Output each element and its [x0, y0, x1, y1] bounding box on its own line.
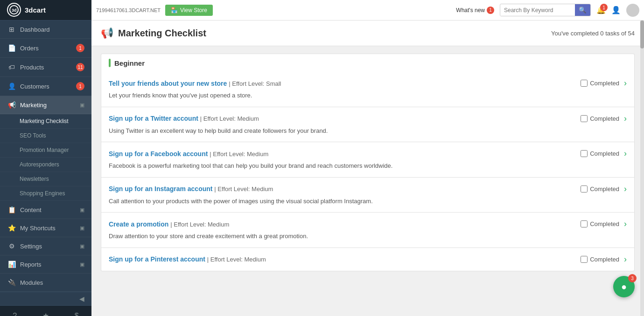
item5-chevron[interactable]: ›	[624, 219, 627, 229]
checklist-item-1: Tell your friends about your new store |…	[101, 72, 635, 107]
shortcuts-expand-icon: ▣	[80, 225, 84, 231]
item5-completed-label: Completed	[581, 220, 619, 227]
sidebar-item-settings[interactable]: ⚙ Settings ▣	[0, 237, 91, 255]
page-title-row: 📢 Marketing Checklist	[101, 27, 206, 39]
item6-title[interactable]: Sign up for a Pinterest account	[109, 255, 207, 263]
sidebar-item-newsletters[interactable]: Newsletters	[0, 172, 91, 186]
sidebar-item-orders[interactable]: 📄 Orders 1	[0, 39, 91, 58]
checklist-container: Beginner Tell your friends about your ne…	[91, 46, 644, 316]
item1-desc: Let your friends know that you've just o…	[109, 91, 627, 100]
item4-chevron[interactable]: ›	[624, 184, 627, 194]
item3-right: Completed ›	[581, 149, 627, 158]
sidebar-collapse-button[interactable]: ◀	[79, 295, 84, 302]
sidebar-item-dashboard[interactable]: ⊞ Dashboard	[0, 21, 91, 39]
reports-icon: 📊	[7, 261, 16, 268]
item1-effort: | Effort Level: Small	[229, 80, 281, 87]
item6-header: Sign up for a Pinterest account | Effort…	[109, 254, 627, 264]
sidebar-item-seo-tools[interactable]: SEO Tools	[0, 129, 91, 143]
item1-completed-label: Completed	[581, 80, 619, 87]
sidebar-item-autoresponders[interactable]: Autoresponders	[0, 158, 91, 172]
floating-icon: ●	[621, 282, 627, 292]
item2-effort: | Effort Level: Medium	[200, 115, 259, 122]
item1-checkbox[interactable]	[581, 80, 588, 87]
item1-chevron[interactable]: ›	[624, 78, 627, 88]
notification-icon[interactable]: 🔔 1	[596, 6, 606, 14]
item4-checkbox[interactable]	[581, 185, 588, 192]
help-button[interactable]: ?	[9, 310, 21, 316]
scrollbar-thumb[interactable]	[640, 21, 644, 48]
floating-action-button[interactable]: ● 3	[613, 276, 635, 297]
marketing-checklist-icon: 📢	[101, 27, 113, 39]
whats-new-link[interactable]: What's new 1	[456, 7, 494, 14]
store-url: 71994617061.3DCART.NET	[96, 7, 161, 13]
sidebar-collapse-area: ◀	[0, 292, 91, 305]
item3-effort: | Effort Level: Medium	[210, 151, 268, 158]
customers-badge: 1	[76, 82, 84, 90]
item1-header: Tell your friends about your new store |…	[109, 78, 627, 88]
item5-right: Completed ›	[581, 219, 627, 229]
whats-new-badge: 1	[487, 7, 494, 14]
floating-badge: 3	[628, 274, 637, 282]
item3-title-row: Sign up for a Facebook account | Effort …	[109, 150, 268, 158]
sidebar-item-reports[interactable]: 📊 Reports ▣	[0, 255, 91, 274]
item2-header: Sign up for a Twitter account | Effort L…	[109, 114, 627, 124]
sidebar: ⊞ Dashboard 📄 Orders 1 🏷 Products 11 👤 C…	[0, 21, 91, 316]
task-count: You've completed 0 tasks of 54	[551, 30, 635, 37]
modules-icon: 🔌	[7, 279, 16, 286]
products-icon: 🏷	[7, 63, 16, 71]
content-icon: 📋	[7, 206, 16, 213]
item6-chevron[interactable]: ›	[624, 254, 627, 264]
item4-header: Sign up for an Instagram account | Effor…	[109, 184, 627, 194]
header-right: What's new 1 🔍 🔔 1 👤	[456, 4, 639, 17]
item2-chevron[interactable]: ›	[624, 114, 627, 124]
search-box: 🔍	[500, 4, 591, 16]
item2-desc: Using Twitter is an excellent way to hel…	[109, 126, 627, 136]
item5-title[interactable]: Create a promotion	[109, 220, 170, 228]
item5-checkbox[interactable]	[581, 220, 588, 227]
content-area: 📢 Marketing Checklist You've completed 0…	[91, 21, 644, 316]
item2-checkbox[interactable]	[581, 115, 588, 122]
view-store-button[interactable]: 🏪 View Store	[165, 5, 213, 16]
item2-title[interactable]: Sign up for a Twitter account	[109, 115, 200, 122]
item3-checkbox[interactable]	[581, 150, 588, 157]
item3-title[interactable]: Sign up for a Facebook account	[109, 150, 210, 158]
sidebar-item-promotion-manager[interactable]: Promotion Manager	[0, 143, 91, 158]
settings-expand-icon: ▣	[80, 243, 84, 249]
search-button[interactable]: 🔍	[575, 4, 590, 16]
user-icon[interactable]: 👤	[611, 6, 621, 14]
dollar-button[interactable]: $	[71, 310, 83, 316]
sidebar-item-modules[interactable]: 🔌 Modules	[0, 274, 91, 292]
logo-text: 3dcart	[25, 6, 46, 14]
sidebar-item-marketing[interactable]: 📢 Marketing ▣	[0, 96, 91, 114]
sidebar-item-content[interactable]: 📋 Content ▣	[0, 201, 91, 219]
item5-title-row: Create a promotion | Effort Level: Mediu…	[109, 220, 229, 228]
item5-header: Create a promotion | Effort Level: Mediu…	[109, 219, 627, 229]
star-button[interactable]: ★	[39, 309, 53, 316]
item5-desc: Draw attention to your store and create …	[109, 232, 627, 241]
item3-chevron[interactable]: ›	[624, 149, 627, 158]
sidebar-item-marketing-checklist[interactable]: Marketing Checklist	[0, 114, 91, 129]
avatar[interactable]	[626, 4, 639, 17]
item2-completed-label: Completed	[581, 115, 619, 122]
item4-title-row: Sign up for an Instagram account | Effor…	[109, 185, 273, 192]
sidebar-item-products[interactable]: 🏷 Products 11	[0, 58, 91, 77]
sidebar-item-shopping-engines[interactable]: Shopping Engines	[0, 186, 91, 201]
sidebar-footer: ? ★ $	[0, 305, 91, 316]
item4-completed-label: Completed	[581, 185, 619, 192]
item1-title[interactable]: Tell your friends about your new store	[109, 80, 229, 87]
item4-title[interactable]: Sign up for an Instagram account	[109, 185, 214, 192]
reports-expand-icon: ▣	[80, 261, 84, 268]
item1-right: Completed ›	[581, 78, 627, 88]
section-header: Beginner	[101, 54, 635, 72]
item3-completed-label: Completed	[581, 150, 619, 157]
sidebar-item-customers[interactable]: 👤 Customers 1	[0, 77, 91, 96]
sidebar-item-shortcuts[interactable]: ⭐ My Shortcuts ▣	[0, 219, 91, 237]
item6-completed-label: Completed	[581, 256, 619, 263]
item6-title-row: Sign up for a Pinterest account | Effort…	[109, 255, 266, 263]
dashboard-icon: ⊞	[7, 26, 16, 33]
search-input[interactable]	[500, 5, 575, 16]
settings-icon: ⚙	[7, 242, 16, 250]
section-title: Beginner	[114, 59, 145, 67]
item6-effort: | Effort Level: Medium	[207, 256, 266, 263]
item6-checkbox[interactable]	[581, 256, 588, 263]
